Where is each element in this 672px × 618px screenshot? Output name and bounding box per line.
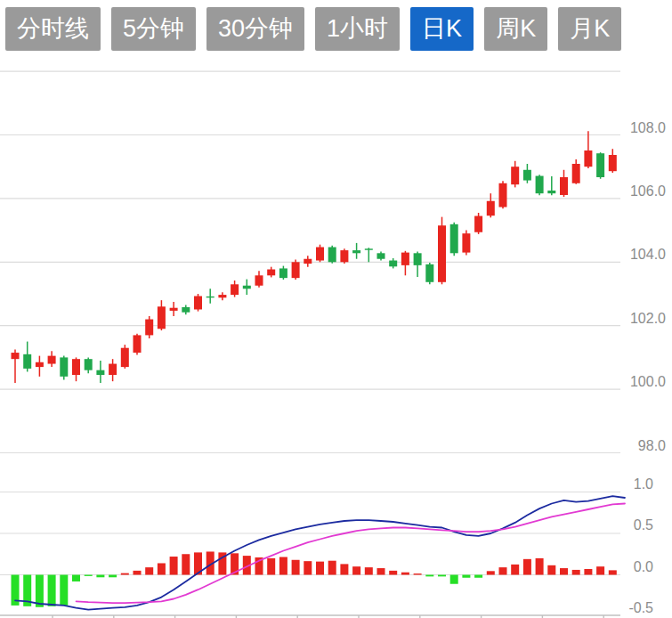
candle-body-down [377,253,385,258]
macd-histogram-bar-positive [584,569,592,575]
macd-histogram-bar-positive [547,565,555,575]
interval-button-30min[interactable]: 30分钟 [206,7,304,51]
candle-body-down [596,153,604,177]
interval-button-daily[interactable]: 日K [410,7,474,51]
kline-chart: 108.0106.0104.0102.0100.098.01.00.50.0-0… [0,53,672,618]
macd-histogram-bar-positive [134,571,142,575]
candle-body-down [182,307,190,313]
macd-histogram-bar-positive [267,558,275,575]
candle-body-up [499,183,507,207]
macd-axis-label: -0.5 [628,600,653,615]
macd-axis-label: 0.5 [634,517,653,533]
macd-histogram-bar-negative [450,575,458,584]
dea-line [77,504,626,604]
candle-body-down [96,370,104,375]
candle-body-up [560,177,568,195]
macd-histogram-bar-negative [462,575,470,578]
candle-body-up [438,225,446,282]
candle-body-down [243,286,251,289]
candle-body-up [609,155,617,171]
macd-histogram-bar-positive [389,571,397,575]
macd-histogram-bar-positive [572,570,580,575]
candle-body-up [304,259,312,264]
price-axis-label: 108.0 [630,120,666,135]
candle-body-down [450,224,458,253]
candle-body-down [206,297,215,297]
macd-axis-label: 0.0 [634,559,653,574]
candle-body-up [72,359,80,375]
candle-body-up [584,150,592,167]
candle-body-up [292,262,300,278]
candle-body-up [218,295,226,297]
macd-histogram-bar-positive [596,566,604,574]
candle-body-up [145,320,153,336]
candle-body-up [121,348,129,367]
macd-histogram-bar-negative [109,575,117,578]
macd-histogram-bar-positive [182,554,190,574]
macd-histogram-bar-negative [48,575,56,606]
candle-body-down [352,250,360,253]
macd-histogram-bar-positive [560,568,568,574]
macd-histogram-bar-positive [340,564,348,574]
candle-body-up [474,216,482,232]
candle-body-down [23,354,31,369]
candle-body-down [547,191,555,193]
interval-toolbar: 分时线 5分钟 30分钟 1小时 日K 周K 月K [5,7,621,51]
candle-body-up [158,306,166,329]
macd-histogram-bar-positive [487,571,495,574]
macd-histogram-bar-positive [536,558,544,575]
macd-histogram-bar-positive [279,557,287,575]
interval-button-timeline[interactable]: 分时线 [5,7,101,51]
macd-histogram-bar-negative [425,575,433,577]
candle-body-down [523,170,531,181]
candle-body-up [231,284,239,295]
candle-body-up [36,362,44,367]
candle-body-down [328,248,336,263]
candle-body-up [316,248,324,261]
candle-body-down [85,359,93,370]
macd-histogram-bar-positive [414,573,422,574]
candle-body-up [134,335,142,353]
price-axis-label: 100.0 [630,374,666,389]
interval-button-monthly[interactable]: 月K [558,7,621,51]
macd-histogram-bar-positive [511,565,519,575]
candle-body-up [462,233,470,252]
macd-histogram-bar-positive [523,559,531,575]
candle-body-down [60,357,68,376]
candle-body-up [109,364,117,375]
price-axis-label: 98.0 [638,438,666,453]
macd-histogram-bar-negative [60,575,68,606]
candle-body-up [170,308,178,311]
macd-histogram-bar-positive [145,567,153,574]
macd-axis-label: 1.0 [634,476,653,492]
candle-body-down [414,253,422,265]
interval-button-weekly[interactable]: 周K [484,7,547,51]
candle-body-up [572,164,580,183]
candle-body-down [389,261,397,267]
macd-histogram-bar-positive [499,567,507,574]
macd-histogram-bar-negative [85,575,93,576]
interval-button-5min[interactable]: 5分钟 [111,7,196,51]
macd-histogram-bar-positive [170,557,178,574]
macd-histogram-bar-positive [316,562,324,575]
interval-button-1hour[interactable]: 1小时 [315,7,400,51]
macd-histogram-bar-positive [121,573,129,575]
kline-chart-app: 分时线 5分钟 30分钟 1小时 日K 周K 月K 108.0106.0104.… [0,0,672,618]
macd-histogram-bar-negative [474,575,482,578]
macd-histogram-bar-negative [96,575,104,578]
candle-body-up [48,356,56,364]
macd-histogram-bar-positive [352,566,360,574]
candle-body-down [536,176,544,194]
macd-histogram-bar-positive [158,563,166,574]
candle-body-up [194,296,202,309]
macd-histogram-bar-positive [328,561,336,575]
price-axis-label: 106.0 [630,183,666,199]
candle-body-up [267,270,275,276]
dif-line [15,496,625,610]
macd-histogram-bar-negative [36,575,44,607]
macd-histogram-bar-positive [365,567,373,574]
candle-body-up [487,201,495,215]
candle-body-up [255,275,263,285]
macd-histogram-bar-negative [438,575,446,577]
candle-body-up [401,253,409,265]
